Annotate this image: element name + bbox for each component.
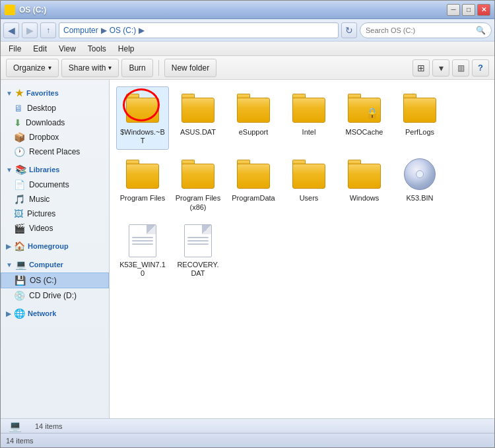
computer-icon: 💻 [15,259,26,270]
downloads-icon: ⬇ [14,117,22,128]
view-toggle-button[interactable]: ⊞ [412,59,430,77]
doc-icon [184,224,212,257]
file-label: ASUS.DAT [180,128,216,137]
file-item[interactable]: 🔒 MSOCache [338,86,391,150]
file-item[interactable]: $Windows.~BT [116,86,169,150]
sidebar-item-downloads[interactable]: ⬇ Downloads [1,115,109,130]
sidebar-section-libraries: ▼ 📚 Libraries 📄 Documents 🎵 Music 🖼 Pict… [1,162,109,236]
file-item[interactable]: Intel [282,86,335,150]
menu-edit[interactable]: Edit [28,43,52,55]
new-folder-label: New folder [172,63,209,73]
menu-view[interactable]: View [53,43,81,55]
music-icon: 🎵 [14,194,25,205]
breadcrumb-computer[interactable]: Computer [63,26,98,35]
folder-body [182,164,214,189]
dropbox-icon: 📦 [14,132,25,143]
file-label: RECOVERY.DAT [175,261,221,278]
doc-fold [202,225,211,234]
file-item[interactable]: RECOVERY.DAT [172,219,224,282]
libraries-header[interactable]: ▼ 📚 Libraries [1,162,109,177]
address-bar[interactable]: Computer ▶ OS (C:) ▶ [59,22,339,38]
file-item[interactable]: Program Files [116,152,169,216]
search-input[interactable] [366,26,473,34]
doc-icon [129,224,156,257]
folder-icon [292,160,325,189]
minimize-button[interactable]: ─ [447,4,460,16]
computer-header[interactable]: ▼ 💻 Computer [1,257,109,272]
help-button[interactable]: ? [472,59,489,77]
back-button[interactable]: ◀ [3,22,19,38]
bottom-status: 14 items [6,437,34,445]
share-with-button[interactable]: Share with ▾ [61,59,119,77]
sidebar-item-music[interactable]: 🎵 Music [1,192,109,207]
window-title: OS (C:) [19,5,46,15]
sidebar-documents-label: Documents [29,180,69,189]
view-dropdown-button[interactable]: ▾ [432,59,449,77]
sidebar-section-homegroup: ▶ 🏠 Homegroup [1,238,109,254]
file-item[interactable]: Windows [338,152,391,216]
doc-line [132,243,153,245]
folder-icon: 🔒 [348,94,381,123]
forward-button[interactable]: ▶ [22,22,38,38]
libraries-icon: 📚 [15,164,26,175]
file-item[interactable]: ProgramData [227,152,280,216]
file-label: Windows [350,194,380,203]
sidebar-item-desktop[interactable]: 🖥 Desktop [1,101,109,115]
sidebar-os-label: OS (C:) [30,276,57,285]
sidebar-item-documents[interactable]: 📄 Documents [1,177,109,192]
file-label: ProgramData [232,194,275,203]
file-label: MSOCache [346,128,383,137]
sidebar-item-pictures[interactable]: 🖼 Pictures [1,207,109,221]
maximize-button[interactable]: □ [462,4,475,16]
files-grid: $Windows.~BT ASUS.DAT eSuppo [116,86,488,282]
share-dropdown-icon: ▾ [108,64,112,71]
menu-help[interactable]: Help [113,43,140,55]
sidebar-item-cd-drive[interactable]: 💿 CD Drive (D:) [1,288,109,303]
libraries-chevron: ▼ [6,166,13,174]
folder-icon [237,160,270,189]
burn-label: Burn [129,63,145,73]
sidebar-item-recent-places[interactable]: 🕐 Recent Places [1,144,109,159]
folder-icon-wrap [125,91,160,125]
share-label: Share with [69,63,106,73]
menu-tools[interactable]: Tools [82,43,112,55]
videos-icon: 🎬 [14,223,25,234]
up-button[interactable]: ↑ [40,22,56,38]
libraries-label: Libraries [29,166,59,174]
pictures-icon: 🖼 [14,208,23,219]
file-item[interactable]: PerfLogs [393,86,446,150]
menu-file[interactable]: File [3,43,26,55]
refresh-button[interactable]: ↻ [341,22,357,38]
sidebar-item-videos[interactable]: 🎬 Videos [1,221,109,236]
search-bar[interactable]: 🔍 [360,22,492,38]
new-folder-button[interactable]: New folder [164,59,216,77]
doc-icon-wrap [125,224,160,258]
file-item[interactable]: Users [282,152,335,216]
homegroup-header[interactable]: ▶ 🏠 Homegroup [1,238,109,254]
sidebar-videos-label: Videos [29,224,53,233]
close-button[interactable]: ✕ [477,4,490,16]
breadcrumb-drive[interactable]: OS (C:) [110,26,137,35]
folder-body: 🔒 [348,98,381,123]
folder-body [126,164,159,189]
status-count: 14 items [35,422,63,430]
cd-hole [416,170,424,178]
file-item[interactable]: eSupport [227,86,280,150]
folder-icon [182,160,214,189]
sidebar-item-dropbox[interactable]: 📦 Dropbox [1,130,109,144]
network-header[interactable]: ▶ 🌐 Network [1,305,109,321]
favorites-label: Favorites [26,89,59,97]
organize-dropdown-icon: ▾ [48,64,51,71]
file-label: PerfLogs [405,128,434,137]
folder-icon-wrap [236,91,271,125]
file-item[interactable]: K53.BIN [393,152,446,216]
file-item[interactable]: K53E_WIN7.10 [116,219,169,282]
file-item[interactable]: Program Files (x86) [172,152,224,216]
file-item[interactable]: ASUS.DAT [172,86,224,150]
burn-button[interactable]: Burn [121,59,152,77]
network-icon: 🌐 [14,308,25,319]
favorites-header[interactable]: ▼ ★ Favorites [1,85,109,101]
preview-pane-button[interactable]: ▥ [452,59,469,77]
sidebar-item-os-drive[interactable]: 💾 OS (C:) [1,272,109,288]
organize-button[interactable]: Organize ▾ [6,59,59,77]
